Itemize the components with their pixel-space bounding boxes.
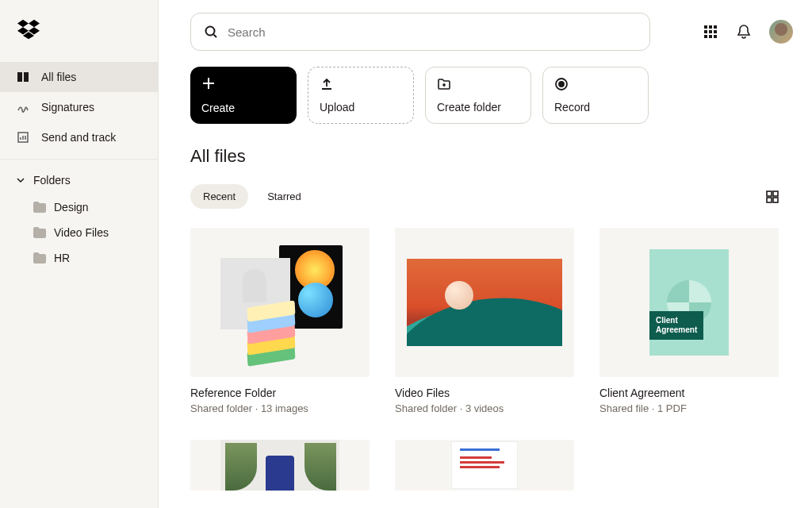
action-label: Upload xyxy=(320,101,402,114)
action-bar: Create Upload Create folder Record xyxy=(159,51,812,124)
folder-item-video-files[interactable]: Video Files xyxy=(0,220,158,245)
search-box[interactable] xyxy=(190,13,650,51)
folders-header[interactable]: Folders xyxy=(0,166,158,194)
record-icon xyxy=(554,77,569,91)
card-partial-2[interactable] xyxy=(395,440,574,491)
divider xyxy=(0,159,158,160)
svg-point-3 xyxy=(206,27,215,36)
filter-starred[interactable]: Starred xyxy=(255,184,314,209)
svg-rect-18 xyxy=(773,198,778,202)
svg-rect-15 xyxy=(767,191,772,196)
filter-recent[interactable]: Recent xyxy=(190,184,248,209)
topbar-icons xyxy=(703,20,793,44)
record-button[interactable]: Record xyxy=(542,67,649,124)
card-title: Video Files xyxy=(395,387,574,399)
card-title: Client Agreement xyxy=(599,387,779,399)
svg-rect-16 xyxy=(773,191,778,196)
svg-rect-17 xyxy=(767,198,772,202)
chevron-down-icon xyxy=(16,175,25,185)
svg-rect-5 xyxy=(709,25,712,29)
card-partial-1[interactable] xyxy=(190,440,370,491)
card-reference-folder[interactable]: Reference Folder Shared folder · 13 imag… xyxy=(190,228,370,414)
main: Create Upload Create folder Record All f… xyxy=(159,0,812,508)
card-subtitle: Shared folder · 13 images xyxy=(190,402,370,414)
search-icon xyxy=(204,25,218,39)
folder-icon xyxy=(33,252,46,264)
logo-wrap xyxy=(0,0,158,62)
folder-label: HR xyxy=(54,252,70,264)
folder-label: Video Files xyxy=(54,226,109,239)
svg-rect-4 xyxy=(704,25,707,29)
sidebar: All files Signatures Send and track Fold… xyxy=(0,0,159,508)
doc-label: Client Agreement xyxy=(649,311,703,340)
svg-rect-9 xyxy=(714,30,717,33)
notifications-icon[interactable] xyxy=(736,24,752,40)
card-client-agreement[interactable]: Client Agreement Client Agreement Shared… xyxy=(599,228,779,414)
action-label: Create xyxy=(201,102,285,114)
thumbnail xyxy=(190,228,370,377)
svg-rect-8 xyxy=(709,30,712,33)
card-subtitle: Shared file · 1 PDF xyxy=(599,402,779,414)
folders-label: Folders xyxy=(33,174,71,187)
svg-rect-0 xyxy=(17,72,22,82)
file-grid: Reference Folder Shared folder · 13 imag… xyxy=(190,228,780,491)
create-button[interactable]: Create xyxy=(190,67,297,124)
nav-label: Send and track xyxy=(41,131,116,144)
card-video-files[interactable]: Video Files Shared folder · 3 videos xyxy=(395,228,574,414)
nav-all-files[interactable]: All files xyxy=(0,62,158,92)
svg-rect-7 xyxy=(704,30,707,33)
svg-rect-10 xyxy=(704,35,707,38)
nav-label: Signatures xyxy=(41,101,94,114)
nav-signatures[interactable]: Signatures xyxy=(0,92,158,122)
thumbnail xyxy=(190,440,370,491)
thumbnail xyxy=(395,228,574,377)
upload-button[interactable]: Upload xyxy=(308,67,414,124)
search-input[interactable] xyxy=(228,25,637,39)
filter-row: Recent Starred xyxy=(190,184,780,209)
folder-item-design[interactable]: Design xyxy=(0,194,158,220)
upload-icon xyxy=(320,77,334,91)
action-label: Create folder xyxy=(437,101,519,114)
action-label: Record xyxy=(554,101,637,114)
content: All files Recent Starred Reference Folde… xyxy=(159,124,812,508)
nav-label: All files xyxy=(41,71,76,83)
topbar xyxy=(159,0,812,51)
folder-icon xyxy=(33,202,46,213)
svg-point-14 xyxy=(559,82,564,87)
doc-chart-icon xyxy=(16,130,30,144)
grid-view-toggle-icon[interactable] xyxy=(764,189,780,205)
folder-plus-icon xyxy=(437,77,451,91)
apps-grid-icon[interactable] xyxy=(703,24,718,40)
create-folder-button[interactable]: Create folder xyxy=(425,67,531,124)
svg-rect-12 xyxy=(714,35,717,38)
page-title: All files xyxy=(190,146,780,167)
avatar[interactable] xyxy=(769,20,793,44)
svg-rect-11 xyxy=(709,35,712,38)
folder-label: Design xyxy=(54,201,89,214)
signature-icon xyxy=(16,100,30,114)
files-icon xyxy=(16,70,30,84)
folder-icon xyxy=(33,227,46,238)
card-subtitle: Shared folder · 3 videos xyxy=(395,402,574,414)
thumbnail: Client Agreement xyxy=(599,228,779,377)
svg-rect-6 xyxy=(714,25,717,29)
card-title: Reference Folder xyxy=(190,387,370,399)
nav-send-track[interactable]: Send and track xyxy=(0,122,158,152)
folder-item-hr[interactable]: HR xyxy=(0,245,158,271)
svg-rect-1 xyxy=(24,72,29,82)
thumbnail xyxy=(395,440,574,491)
plus-icon xyxy=(201,76,216,90)
dropbox-logo-icon[interactable] xyxy=(17,19,40,40)
